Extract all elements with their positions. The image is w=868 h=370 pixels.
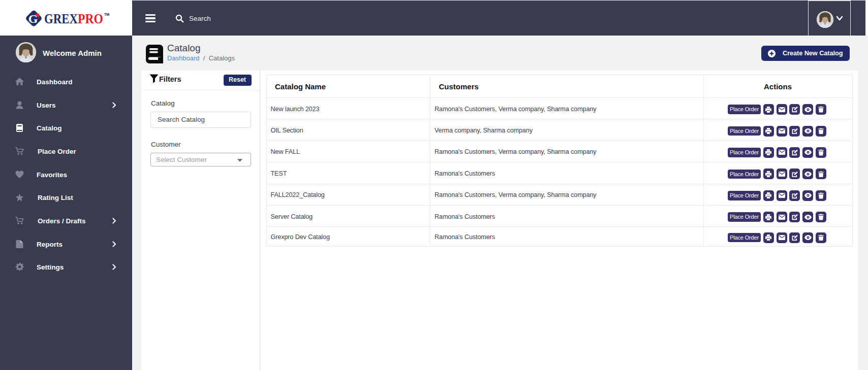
svg-text:GREX: GREX: [44, 11, 78, 26]
svg-text:PRO: PRO: [78, 11, 103, 26]
svg-text:TM: TM: [104, 13, 109, 16]
